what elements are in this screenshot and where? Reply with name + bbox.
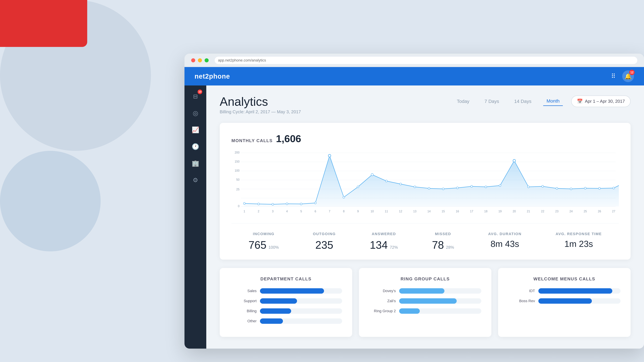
bar-track-idt <box>538 288 620 294</box>
monthly-calls-header: MONTHLY CALLS 1,606 <box>232 133 619 144</box>
sidebar: ⊟ 10 ◎ 📈 🕐 🏢 ⚙ <box>184 85 206 349</box>
ring-group-calls-title: RING GROUP CALLS <box>369 276 481 282</box>
grid-icon[interactable]: ⠿ <box>611 73 616 80</box>
svg-text:10: 10 <box>371 210 374 213</box>
stat-missed: MISSED 78 28% <box>432 232 454 251</box>
bar-track-sales <box>260 288 342 294</box>
department-calls-card: DEPARTMENT CALLS Sales Support Billing <box>220 268 352 337</box>
filter-today[interactable]: Today <box>454 97 473 106</box>
bar-track-support <box>260 298 342 304</box>
bar-doveys: Dovey's <box>369 288 481 294</box>
svg-text:21: 21 <box>527 210 530 213</box>
sidebar-item-settings[interactable]: ⚙ <box>188 173 203 188</box>
svg-text:26: 26 <box>598 210 601 213</box>
sidebar-item-building[interactable]: 🏢 <box>188 156 203 171</box>
chart-dot <box>414 186 416 188</box>
bar-support: Support <box>230 298 342 304</box>
stat-avg-duration-value: 8m 43s <box>488 239 522 249</box>
svg-text:25: 25 <box>236 188 240 191</box>
browser-maximize-dot[interactable] <box>204 58 209 62</box>
stat-answered-value: 134 72% <box>370 239 398 251</box>
sidebar-item-analytics[interactable]: 📈 <box>188 122 203 137</box>
browser-minimize-dot[interactable] <box>198 58 202 62</box>
notification-badge: 12 <box>629 70 634 75</box>
chart-dot <box>314 202 316 204</box>
svg-text:19: 19 <box>498 210 502 213</box>
sidebar-item-home[interactable]: ⊟ 10 <box>188 89 203 104</box>
svg-text:9: 9 <box>357 210 359 213</box>
chart-dot <box>300 203 302 205</box>
bar-other: Other <box>230 319 342 324</box>
bg-decoration-2 <box>0 151 100 251</box>
bar-fill-ringgroup2 <box>399 308 420 314</box>
bar-label-support: Support <box>230 299 256 303</box>
svg-text:0: 0 <box>238 204 240 208</box>
chart-dot <box>485 186 487 188</box>
analytics-header: Analytics Billing Cycle: April 2, 2017 —… <box>220 95 630 114</box>
sidebar-item-clock[interactable]: 🕐 <box>188 139 203 154</box>
chart-dot <box>243 202 245 204</box>
stat-avg-response-value: 1m 23s <box>556 239 602 249</box>
chart-dot <box>584 187 586 189</box>
filter-month[interactable]: Month <box>543 97 563 106</box>
stat-incoming-value: 765 100% <box>248 239 279 251</box>
stat-outgoing-label: OUTGOING <box>313 232 336 236</box>
bar-fill-sales <box>260 288 324 294</box>
bar-label-zalis: Zali's <box>369 299 396 303</box>
bar-fill-support <box>260 298 297 304</box>
bar-fill-zalis <box>399 298 457 304</box>
bar-idt: IDT <box>508 288 620 294</box>
svg-text:8: 8 <box>343 210 345 213</box>
notification-bell[interactable]: 12 <box>622 70 634 82</box>
chart-dot <box>272 203 274 205</box>
chart-dot <box>598 187 600 189</box>
filter-14days[interactable]: 14 Days <box>511 97 535 106</box>
chart-dot <box>499 185 501 187</box>
bar-bossrev: Boss Rev <box>508 298 620 304</box>
svg-text:18: 18 <box>484 210 487 213</box>
browser-window: app.net2phone.com/analytics net2phone ⠿ … <box>184 54 644 349</box>
svg-text:15: 15 <box>442 210 445 213</box>
bar-label-billing: Billing <box>230 309 256 313</box>
stat-avg-duration-label: AVG. DURATION <box>488 232 522 236</box>
svg-text:12: 12 <box>399 210 402 213</box>
bar-fill-other <box>260 319 283 324</box>
welcome-menus-title: WELCOME MENUS CALLS <box>508 276 620 282</box>
bottom-cards: DEPARTMENT CALLS Sales Support Billing <box>220 268 630 337</box>
chart-card: MONTHLY CALLS 1,606 200 150 100 <box>220 123 630 260</box>
bar-track-bossrev <box>538 298 620 304</box>
stat-missed-label: MISSED <box>432 232 454 236</box>
chart-dot <box>442 188 444 190</box>
svg-text:200: 200 <box>234 151 240 154</box>
building-icon: 🏢 <box>192 160 199 167</box>
app-logo: net2phone <box>194 72 230 80</box>
stat-avg-duration: AVG. DURATION 8m 43s <box>488 232 522 251</box>
ring-group-calls-card: RING GROUP CALLS Dovey's Zali's Ring Gro… <box>359 268 492 337</box>
browser-close-dot[interactable] <box>191 58 195 62</box>
bar-billing: Billing <box>230 308 342 314</box>
chart-dot <box>286 203 288 205</box>
chart-dot <box>400 183 402 185</box>
sidebar-item-compass[interactable]: ◎ <box>188 106 203 121</box>
stat-outgoing-value: 235 <box>313 239 336 251</box>
chart-dot <box>343 196 345 198</box>
svg-text:2: 2 <box>258 210 260 213</box>
svg-text:11: 11 <box>385 210 388 213</box>
bar-fill-billing <box>260 308 291 314</box>
filter-7days[interactable]: 7 Days <box>481 97 502 106</box>
url-text: app.net2phone.com/analytics <box>218 58 266 62</box>
stat-avg-response: AVG. RESPONSE TIME 1m 23s <box>556 232 602 251</box>
red-accent-bar <box>0 0 87 47</box>
clock-icon: 🕐 <box>192 143 199 150</box>
monthly-calls-count: 1,606 <box>276 133 301 144</box>
chart-dot <box>528 186 530 188</box>
chart-dot <box>470 185 472 187</box>
date-picker-button[interactable]: 📅 Apr 1 – Apr 30, 2017 <box>571 95 630 107</box>
browser-url-bar[interactable]: app.net2phone.com/analytics <box>215 57 637 64</box>
svg-text:24: 24 <box>569 210 572 213</box>
svg-text:16: 16 <box>456 210 459 213</box>
date-range-text: Apr 1 – Apr 30, 2017 <box>585 99 625 104</box>
browser-chrome: app.net2phone.com/analytics <box>184 54 644 67</box>
chart-dot <box>570 188 572 190</box>
stat-avg-response-label: AVG. RESPONSE TIME <box>556 232 602 236</box>
